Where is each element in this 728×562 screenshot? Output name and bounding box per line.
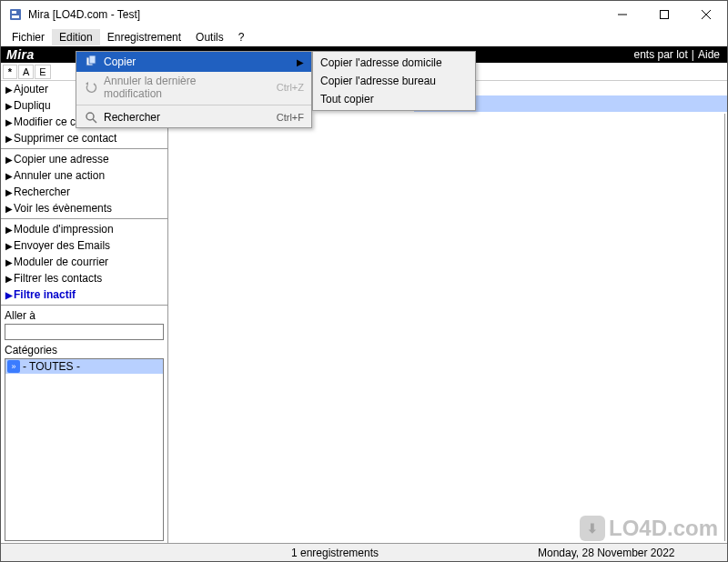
window-controls xyxy=(602,1,727,28)
svg-rect-4 xyxy=(661,11,669,19)
svg-rect-0 xyxy=(10,9,21,20)
category-item-label: - TOUTES - xyxy=(23,360,80,373)
app-window: Mira [LO4D.com - Test] Fichier Edition E… xyxy=(0,0,728,562)
search-icon xyxy=(84,110,98,125)
submenu-item-label: Tout copier xyxy=(320,93,468,105)
sidebar-filtre-inactif[interactable]: ▶Filtre inactif xyxy=(1,286,167,303)
header-band-sep: | xyxy=(692,48,694,61)
aller-a-label: Aller à xyxy=(5,309,164,322)
dropdown-separator xyxy=(76,105,311,105)
sidebar-action-impression[interactable]: ▶Module d'impression xyxy=(1,221,167,237)
aller-a-section: Aller à xyxy=(1,307,167,342)
content-area: Z t Test Test xyxy=(168,81,727,543)
window-title: Mira [LO4D.com - Test] xyxy=(28,8,602,21)
categories-section: Catégories » - TOUTES - xyxy=(1,342,167,543)
dd-annuler-label: Annuler la dernière modification xyxy=(104,75,271,100)
svg-point-9 xyxy=(86,113,94,120)
sidebar-action-supprimer[interactable]: ▶Supprimer ce contact xyxy=(1,130,167,146)
sidebar-action-evenements[interactable]: ▶Voir les évènements xyxy=(1,200,167,216)
minimize-button[interactable] xyxy=(602,1,643,28)
menu-fichier[interactable]: Fichier xyxy=(5,29,52,45)
menu-outils[interactable]: Outils xyxy=(188,29,231,45)
submenu-domicile[interactable]: Copier l'adresse domicile xyxy=(313,54,475,72)
header-band-aide[interactable]: Aide xyxy=(698,48,720,61)
svg-rect-8 xyxy=(89,55,96,64)
category-item-toutes[interactable]: » - TOUTES - xyxy=(5,359,163,374)
submenu-item-label: Copier l'adresse domicile xyxy=(320,56,468,69)
titlebar: Mira [LO4D.com - Test] xyxy=(1,1,727,28)
categories-label: Catégories xyxy=(5,344,164,356)
copy-icon xyxy=(84,55,98,69)
undo-icon xyxy=(84,80,98,95)
dd-copier-label: Copier xyxy=(104,55,291,68)
menu-enregistrement[interactable]: Enregistrement xyxy=(100,29,188,45)
chevron-right-icon: ▶ xyxy=(297,57,304,67)
alpha-tab-a[interactable]: A xyxy=(18,65,34,79)
status-count: 1 enregistrements xyxy=(291,547,379,559)
statusbar: 1 enregistrements Monday, 28 November 20… xyxy=(1,543,727,561)
sidebar: ▶Ajouter ▶Dupliqu ▶Modifier ce contact ▶… xyxy=(1,81,168,543)
menu-help[interactable]: ? xyxy=(231,29,252,45)
dd-annuler-shortcut: Ctrl+Z xyxy=(277,82,304,93)
sidebar-action-annuler[interactable]: ▶Annuler une action xyxy=(1,167,167,184)
svg-line-10 xyxy=(93,119,96,123)
dd-rechercher-shortcut: Ctrl+F xyxy=(277,112,304,123)
status-date: Monday, 28 November 2022 xyxy=(538,547,675,559)
sidebar-action-emails[interactable]: ▶Envoyer des Emails xyxy=(1,237,167,254)
alpha-tab-star[interactable]: * xyxy=(3,65,17,79)
mira-logo: Mira xyxy=(1,47,38,62)
submenu-item-label: Copier l'adresse bureau xyxy=(320,75,468,87)
sidebar-action-courrier[interactable]: ▶Moduler de courrier xyxy=(1,254,167,270)
sidebar-divider xyxy=(1,305,167,306)
menu-edition[interactable]: Edition xyxy=(52,29,100,45)
dd-annuler[interactable]: Annuler la dernière modification Ctrl+Z xyxy=(76,72,311,103)
sidebar-action-copier-adresse[interactable]: ▶Copier une adresse xyxy=(1,151,167,167)
submenu-tout[interactable]: Tout copier xyxy=(313,90,475,108)
categories-list[interactable]: » - TOUTES - xyxy=(5,358,164,541)
dd-rechercher-label: Rechercher xyxy=(104,111,271,124)
header-band-right: ents par lot | Aide xyxy=(633,48,720,61)
sidebar-divider xyxy=(1,148,167,149)
main-area: ▶Ajouter ▶Dupliqu ▶Modifier ce contact ▶… xyxy=(1,81,727,543)
sidebar-action-rechercher[interactable]: ▶Rechercher xyxy=(1,184,167,200)
alpha-tab-e[interactable]: E xyxy=(35,65,50,79)
copier-submenu: Copier l'adresse domicile Copier l'adres… xyxy=(312,51,476,111)
dd-copier[interactable]: Copier ▶ xyxy=(76,52,311,72)
svg-rect-2 xyxy=(12,15,19,18)
category-icon: » xyxy=(7,360,20,373)
maximize-button[interactable] xyxy=(643,1,685,28)
sidebar-divider xyxy=(1,218,167,219)
aller-a-input[interactable] xyxy=(5,324,164,340)
app-icon xyxy=(8,7,23,22)
dd-rechercher[interactable]: Rechercher Ctrl+F xyxy=(76,107,311,127)
svg-rect-1 xyxy=(12,11,16,14)
edition-dropdown: Copier ▶ Annuler la dernière modificatio… xyxy=(76,51,312,128)
content-body xyxy=(170,114,725,541)
header-band-item[interactable]: ents par lot xyxy=(633,48,687,61)
close-button[interactable] xyxy=(685,1,727,28)
sidebar-action-filtrer[interactable]: ▶Filtrer les contacts xyxy=(1,270,167,286)
menubar: Fichier Edition Enregistrement Outils ? xyxy=(1,28,727,46)
submenu-bureau[interactable]: Copier l'adresse bureau xyxy=(313,72,475,90)
